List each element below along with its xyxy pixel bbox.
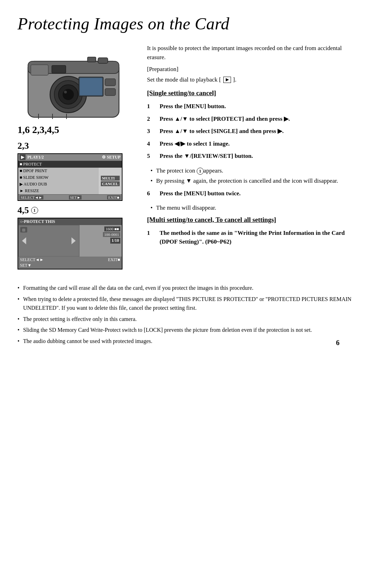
note-4: Sliding the SD Memory Card Write-Protect…	[18, 326, 360, 335]
prep-label: [Preparation]	[147, 66, 360, 73]
lcd2-footer: SELECT◄► EXIT■ SET▼	[18, 257, 122, 269]
multi-step-list: 1 The method is the same as in "Writing …	[147, 229, 360, 246]
step6-bullets: The menu will disappear.	[150, 203, 360, 212]
svg-rect-17	[80, 78, 102, 95]
page-number: 6	[0, 339, 340, 347]
screen-label-1: 2,3	[18, 141, 136, 151]
step6-list: 6 Press the [MENU] button twice.	[147, 189, 360, 198]
right-column: It is possible to protect the important …	[147, 44, 360, 273]
svg-rect-7	[98, 58, 108, 63]
step-1: 1 Press the [MENU] button.	[147, 102, 360, 111]
step-4: 4 Press ◀/▶ to select 1 image.	[147, 139, 360, 148]
step-6: 6 Press the [MENU] button twice.	[147, 189, 360, 198]
step-5: 5 Press the ▼/[REVIEW/SET] button.	[147, 152, 360, 161]
main-content: 1,6 2,3,4,5 2,3 ▶ PLAY1/2 ⚙ SETUP ■ PROT	[18, 44, 360, 273]
svg-point-6	[64, 91, 67, 93]
camera-image	[18, 44, 130, 121]
step5-bullet-1: The protect icon 1appears.	[150, 166, 360, 175]
circle-icon-1: 1	[31, 207, 38, 214]
lcd-screen-2: ○-PROTECT THIS	[18, 218, 122, 270]
diagram-label-1: 1,6 2,3,4,5	[18, 124, 136, 135]
screen-diagram-2: 4,5 1 ○-PROTECT THIS	[18, 205, 136, 270]
svg-text:▨: ▨	[22, 228, 25, 232]
step5-bullets: The protect icon 1appears. By pressing ▼…	[150, 166, 360, 186]
bottom-notes: Formatting the card will erase all the d…	[18, 284, 360, 346]
multi-step-1: 1 The method is the same as in "Writing …	[147, 229, 360, 246]
svg-rect-8	[88, 57, 96, 62]
multi-section-title: [Multi setting/to cancel, To cancel all …	[147, 216, 360, 224]
note-3: The protect setting is effective only in…	[18, 315, 360, 324]
lcd-play-label: ▶ PLAY1/2	[20, 155, 44, 160]
single-section-title: [Single setting/to cancel]	[147, 89, 360, 97]
playback-icon: ▶	[223, 77, 231, 83]
screen-diagram-1: 2,3 ▶ PLAY1/2 ⚙ SETUP ■ PROTECT	[18, 141, 136, 201]
lcd2-info: 1600 ■■ 100-0001 1/10	[79, 225, 122, 257]
lcd2-top-bar: ○-PROTECT THIS	[18, 218, 122, 225]
protect-icon: 1	[197, 168, 204, 175]
note-1: Formatting the card will erase all the d…	[18, 284, 360, 293]
intro-text: It is possible to protect the important …	[147, 44, 360, 62]
lcd-setup-label: ⚙ SETUP	[102, 155, 120, 160]
prep-item: Set the mode dial to playback [ ▶ ].	[147, 75, 360, 84]
lcd-footer-1: SELECT◄► SET► EXIT■	[18, 194, 122, 200]
page-title: Protecting Images on the Card	[18, 14, 360, 33]
step6-bullet-1: The menu will disappear.	[150, 203, 360, 212]
lcd-menu-row-dpof: ■ DPOF PRINT ■ SLIDE SHOW ▶ AUDIO DUB ► …	[18, 168, 122, 194]
svg-rect-18	[19, 225, 79, 257]
screen-label-2: 4,5 1	[18, 205, 136, 216]
lcd2-image-area: ▨ 1600 ■■ 100-0001 1/10	[18, 225, 122, 257]
step-3: 3 Press ▲/▼ to select [SINGLE] and then …	[147, 127, 360, 136]
lcd-menu-protect: ■ PROTECT	[18, 161, 122, 168]
svg-rect-11	[105, 79, 115, 86]
svg-rect-9	[31, 65, 48, 75]
svg-rect-10	[52, 65, 66, 73]
note-2: When trying to delete a protected file, …	[18, 295, 360, 313]
left-column: 1,6 2,3,4,5 2,3 ▶ PLAY1/2 ⚙ SETUP ■ PROT	[18, 44, 136, 273]
lcd2-image: ▨	[18, 225, 79, 257]
svg-rect-12	[105, 89, 115, 96]
step-2: 2 Press ▲/▼ to select [PROTECT] and then…	[147, 114, 360, 124]
lcd-screen-1: ▶ PLAY1/2 ⚙ SETUP ■ PROTECT ■ DPOF PRINT…	[18, 153, 122, 201]
svg-point-5	[63, 89, 74, 100]
step-list: 1 Press the [MENU] button. 2 Press ▲/▼ t…	[147, 102, 360, 161]
step5-bullet-2: By pressing ▼ again, the protection is c…	[150, 176, 360, 186]
notes-list: Formatting the card will erase all the d…	[18, 284, 360, 346]
